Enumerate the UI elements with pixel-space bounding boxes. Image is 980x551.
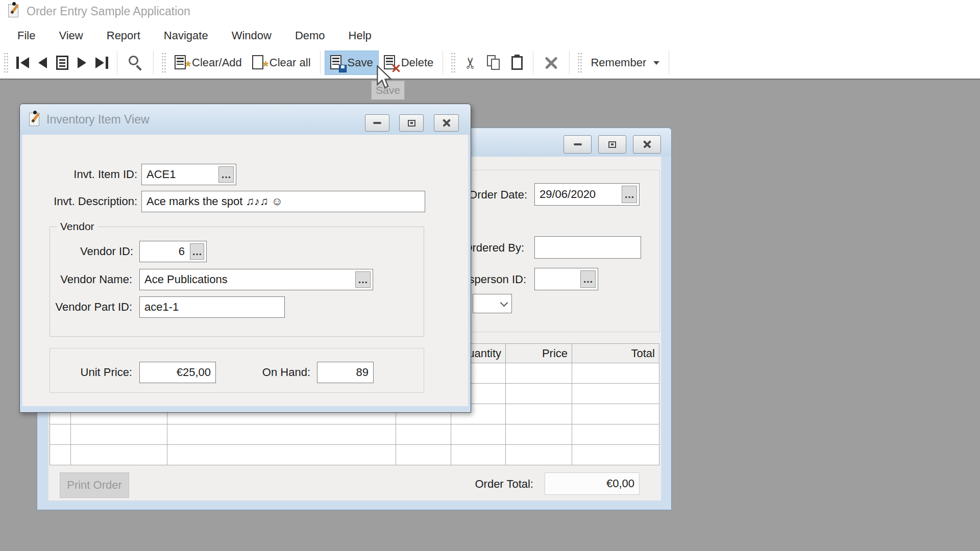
desktop: Order Entry Sample Application File View… xyxy=(0,0,980,551)
first-record-button[interactable] xyxy=(16,57,29,69)
maximize-icon xyxy=(408,120,415,127)
maximize-icon xyxy=(608,141,616,148)
vendor-part-id-value: ace1-1 xyxy=(144,300,179,314)
order-date-lookup-button[interactable]: … xyxy=(622,186,637,203)
dialog-title: Inventory Item View xyxy=(46,113,150,127)
dialog-body: Invt. Item ID: ACE1 … Invt. Description:… xyxy=(22,135,468,406)
toolbar-drag-handle[interactable] xyxy=(4,52,8,73)
order-date-value: 29/06/2020 xyxy=(540,188,596,201)
vendor-name-label: Vendor Name: xyxy=(30,273,132,286)
save-button[interactable]: Save xyxy=(325,51,379,75)
dialog-minimize-button[interactable] xyxy=(365,114,389,132)
description-value: Ace marks the spot ♫♪♫ ☺ xyxy=(146,195,283,208)
toolbar-separator xyxy=(569,51,570,74)
order-date-field[interactable]: 29/06/2020 … xyxy=(534,183,640,206)
unit-price-field[interactable]: €25,00 xyxy=(139,362,216,383)
order-maximize-button[interactable] xyxy=(598,135,626,154)
vendor-id-value: 6 xyxy=(179,245,185,258)
first-record-icon xyxy=(16,57,19,69)
search-icon xyxy=(129,56,138,65)
unit-price-label: Unit Price: xyxy=(30,366,132,379)
clear-all-button[interactable]: * Clear all xyxy=(247,51,316,74)
order-total-field: €0,00 xyxy=(545,472,640,495)
next-record-button[interactable] xyxy=(78,57,86,68)
item-id-field[interactable]: ACE1 … xyxy=(141,164,236,185)
menu-view[interactable]: View xyxy=(59,29,83,42)
menu-window[interactable]: Window xyxy=(232,29,272,42)
next-record-icon xyxy=(78,57,86,68)
menubar: File View Report Navigate Window Demo He… xyxy=(0,24,372,47)
toolbar-separator xyxy=(443,51,443,74)
search-button[interactable] xyxy=(128,55,143,71)
close-x-icon[interactable] xyxy=(545,56,558,69)
table-row[interactable] xyxy=(50,445,659,465)
vendor-part-id-field[interactable]: ace1-1 xyxy=(139,296,285,318)
app-title: Order Entry Sample Application xyxy=(27,5,190,18)
ordered-by-field[interactable] xyxy=(534,236,641,259)
clear-add-label: Clear/Add xyxy=(192,56,242,69)
print-order-button[interactable]: Print Order xyxy=(60,472,129,498)
previous-record-icon xyxy=(38,57,47,68)
salesperson-lookup-button[interactable]: … xyxy=(580,270,596,288)
clear-all-icon: * xyxy=(252,55,265,70)
toolbar: * Clear/Add * Clear all Save xyxy=(0,47,980,79)
toolbar-separator xyxy=(533,51,533,74)
dialog-maximize-button[interactable] xyxy=(399,114,424,132)
vendor-group-label: Vendor xyxy=(57,220,97,233)
table-row[interactable] xyxy=(50,424,659,445)
remember-dropdown[interactable]: Remember xyxy=(585,52,665,73)
menu-file[interactable]: File xyxy=(17,29,35,42)
vendor-id-lookup-button[interactable]: … xyxy=(190,243,204,260)
mouse-cursor xyxy=(375,65,393,90)
toolbar-drag-handle[interactable] xyxy=(161,52,166,73)
col-price: Price xyxy=(506,344,572,363)
vendor-id-label: Vendor ID: xyxy=(31,245,133,258)
app-icon xyxy=(8,3,20,18)
clear-all-label: Clear all xyxy=(270,56,311,69)
item-id-label: Invt. Item ID: xyxy=(35,168,137,181)
minimize-icon xyxy=(574,143,582,145)
paste-icon[interactable] xyxy=(511,55,524,70)
app-titlebar: Order Entry Sample Application xyxy=(0,0,980,22)
unit-price-value: €25,00 xyxy=(177,366,211,379)
first-record-icon-arrow xyxy=(20,57,29,68)
description-field[interactable]: Ace marks the spot ♫♪♫ ☺ xyxy=(141,191,425,212)
delete-label: Delete xyxy=(401,56,434,69)
menu-demo[interactable]: Demo xyxy=(295,29,325,42)
item-id-lookup-button[interactable]: … xyxy=(218,166,234,183)
close-icon xyxy=(643,140,651,148)
search-icon-handle xyxy=(136,65,141,70)
col-total: Total xyxy=(572,344,659,363)
order-total-value: €0,00 xyxy=(606,477,634,490)
menu-navigate[interactable]: Navigate xyxy=(164,29,208,42)
copy-icon[interactable] xyxy=(487,55,501,70)
on-hand-field[interactable]: 89 xyxy=(317,362,374,383)
inventory-item-view-dialog: Inventory Item View Invt. Item ID: ACE1 … xyxy=(19,104,471,413)
record-view-button[interactable] xyxy=(56,56,68,70)
clear-add-button[interactable]: * Clear/Add xyxy=(169,51,247,74)
minimize-icon xyxy=(373,122,381,124)
on-hand-value: 89 xyxy=(356,366,369,379)
order-minimize-button[interactable] xyxy=(564,135,592,154)
previous-record-button[interactable] xyxy=(38,57,47,68)
menu-help[interactable]: Help xyxy=(349,29,372,42)
chevron-down-icon xyxy=(653,61,659,65)
cut-icon[interactable]: ✂ xyxy=(461,56,479,69)
toolbar-drag-handle[interactable] xyxy=(577,52,582,73)
last-record-button[interactable] xyxy=(95,57,108,69)
salesperson-id-field[interactable]: … xyxy=(534,268,598,290)
toolbar-separator xyxy=(117,51,117,74)
order-combo-box[interactable] xyxy=(473,294,512,313)
order-close-button[interactable] xyxy=(633,135,661,154)
dialog-close-button[interactable] xyxy=(434,114,459,132)
toolbar-separator xyxy=(153,51,154,74)
menu-report[interactable]: Report xyxy=(107,29,140,42)
toolbar-separator xyxy=(320,51,321,74)
toolbar-drag-handle[interactable] xyxy=(451,52,455,73)
vendor-name-field[interactable]: Ace Publications … xyxy=(139,269,373,290)
clear-add-icon: * xyxy=(175,55,188,70)
vendor-id-field[interactable]: 6 … xyxy=(139,241,207,262)
save-label: Save xyxy=(348,56,373,69)
vendor-name-lookup-button[interactable]: … xyxy=(355,271,371,288)
toolbar-separator xyxy=(669,51,669,74)
